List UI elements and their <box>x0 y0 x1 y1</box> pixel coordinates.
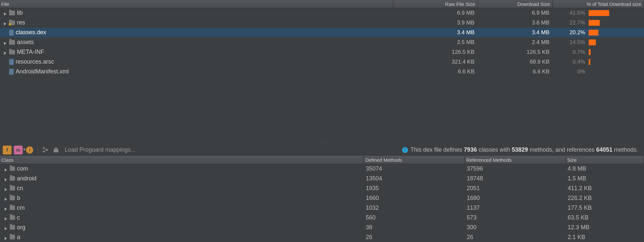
class-size: 63.5 KB <box>566 213 644 222</box>
filter-fields-button[interactable]: f <box>3 145 12 155</box>
file-row[interactable]: AndroidManifest.xml6.6 KB6.6 KB0% <box>0 67 644 77</box>
expand-chevron-icon[interactable] <box>3 11 7 15</box>
referenced-methods: 2051 <box>465 183 566 193</box>
referenced-methods: 18748 <box>465 174 566 183</box>
file-row[interactable]: res3.9 MB3.8 MB22.7% <box>0 18 644 28</box>
col-header-file[interactable]: File <box>0 0 393 8</box>
folder-icon <box>9 11 15 15</box>
defined-methods: 13504 <box>364 174 465 183</box>
file-name: res <box>17 19 25 26</box>
file-name: META-INF <box>17 49 44 55</box>
class-size: 411.2 KB <box>566 183 644 193</box>
referenced-methods: 26 <box>465 232 566 242</box>
class-row[interactable]: a26262.1 KB <box>0 232 644 242</box>
defined-methods: 560 <box>364 213 465 222</box>
class-row[interactable]: cn19352051411.2 KB <box>0 183 644 193</box>
class-name: a <box>17 234 20 241</box>
download-size: 126.5 KB <box>478 47 553 57</box>
folder-icon <box>9 50 15 54</box>
raw-size: 126.5 KB <box>393 47 478 57</box>
class-table: Class Defined Methods Referenced Methods… <box>0 156 644 242</box>
package-icon <box>10 196 15 200</box>
percent-bar <box>589 30 641 36</box>
expand-chevron-icon[interactable] <box>4 235 8 239</box>
file-row[interactable]: lib6.9 MB6.9 MB41.5% <box>0 8 644 18</box>
col-header-size[interactable]: Size <box>566 156 644 164</box>
percent-bar <box>589 49 641 55</box>
expand-chevron-icon[interactable] <box>4 225 8 229</box>
expand-chevron-icon[interactable] <box>3 40 7 44</box>
defined-methods: 1935 <box>364 183 465 193</box>
expand-chevron-icon[interactable] <box>4 216 8 219</box>
file-name: classes.dex <box>16 29 46 36</box>
class-row[interactable]: cm10321137177.5 KB <box>0 203 644 213</box>
expand-chevron-icon[interactable] <box>4 206 8 210</box>
percent-bar <box>589 20 641 26</box>
class-name: cm <box>17 204 25 211</box>
file-name: lib <box>17 9 23 16</box>
package-icon <box>10 235 15 239</box>
expand-chevron-icon[interactable] <box>4 167 8 171</box>
percent-bar <box>589 10 641 16</box>
package-icon <box>10 166 15 171</box>
expand-chevron-icon[interactable] <box>4 186 8 190</box>
percent-value: 0.7% <box>553 47 589 57</box>
col-header-defined[interactable]: Defined Methods <box>364 156 465 164</box>
package-icon[interactable] <box>52 146 60 154</box>
info-icon: ! <box>402 147 408 153</box>
referenced-methods: 573 <box>465 213 566 222</box>
class-row[interactable]: org3830012.3 MB <box>0 222 644 232</box>
col-header-download-size[interactable]: Download Size <box>478 0 553 8</box>
percent-value: 20.2% <box>553 28 589 38</box>
tree-icon[interactable] <box>41 146 50 154</box>
class-row[interactable]: b16601680226.2 KB <box>0 193 644 203</box>
expand-chevron-icon[interactable] <box>4 196 8 200</box>
col-header-class[interactable]: Class <box>0 156 364 164</box>
file-table-header: File Raw File Size Download Size % of To… <box>0 0 644 8</box>
raw-size: 6.9 MB <box>393 8 478 18</box>
download-size: 69.9 KB <box>478 57 553 67</box>
package-icon <box>10 176 15 181</box>
col-header-referenced[interactable]: Referenced Methods <box>465 156 566 164</box>
raw-size: 321.4 KB <box>393 57 478 67</box>
col-header-percent[interactable]: % of Total Download size <box>553 0 644 8</box>
download-size: 6.9 MB <box>478 8 553 18</box>
file-row[interactable]: resources.arsc321.4 KB69.9 KB0.4% <box>0 57 644 67</box>
class-row[interactable]: android13504187481.5 MB <box>0 174 644 183</box>
class-name: android <box>17 175 36 182</box>
percent-value: 41.5% <box>553 8 589 18</box>
raw-size: 3.4 MB <box>393 28 478 38</box>
dex-toolbar: f m f Load Proguard mappings... ! This d… <box>0 144 644 156</box>
percent-value: 22.7% <box>553 18 589 28</box>
panel-splitter[interactable]: ::::: <box>0 141 644 144</box>
class-size: 2.1 KB <box>566 232 644 242</box>
defined-methods: 26 <box>364 232 465 242</box>
download-size: 3.4 MB <box>478 28 553 38</box>
class-row[interactable]: com35074375964.8 MB <box>0 164 644 174</box>
file-row[interactable]: META-INF126.5 KB126.5 KB0.7% <box>0 47 644 57</box>
class-name: c <box>17 214 20 221</box>
load-proguard-button[interactable]: Load Proguard mappings... <box>65 146 135 153</box>
summary-classes-count: 7936 <box>464 146 477 153</box>
class-size: 4.8 MB <box>566 164 644 174</box>
file-name: AndroidManifest.xml <box>16 68 69 75</box>
dex-summary: ! This dex file defines 7936 classes wit… <box>402 146 641 153</box>
expand-chevron-icon[interactable] <box>3 50 7 54</box>
defined-methods: 38 <box>364 222 465 232</box>
svg-rect-0 <box>43 147 45 149</box>
class-size: 12.3 MB <box>566 222 644 232</box>
file-row[interactable]: classes.dex3.4 MB3.4 MB20.2% <box>0 28 644 38</box>
expand-chevron-icon[interactable] <box>4 176 8 180</box>
col-header-raw-size[interactable]: Raw File Size <box>393 0 478 8</box>
file-row[interactable]: assets2.5 MB2.4 MB14.5% <box>0 38 644 47</box>
summary-ref-methods-count: 64051 <box>596 146 612 153</box>
filter-methods-button[interactable]: m <box>14 145 23 155</box>
referenced-methods: 1137 <box>465 203 566 213</box>
expand-chevron-icon[interactable] <box>3 21 7 25</box>
class-name: com <box>17 165 28 172</box>
class-row[interactable]: c56057363.5 KB <box>0 213 644 222</box>
file-icon <box>9 69 14 75</box>
add-fields-icon[interactable]: f <box>26 146 33 154</box>
download-size: 6.6 KB <box>478 67 553 77</box>
defined-methods: 35074 <box>364 164 465 174</box>
